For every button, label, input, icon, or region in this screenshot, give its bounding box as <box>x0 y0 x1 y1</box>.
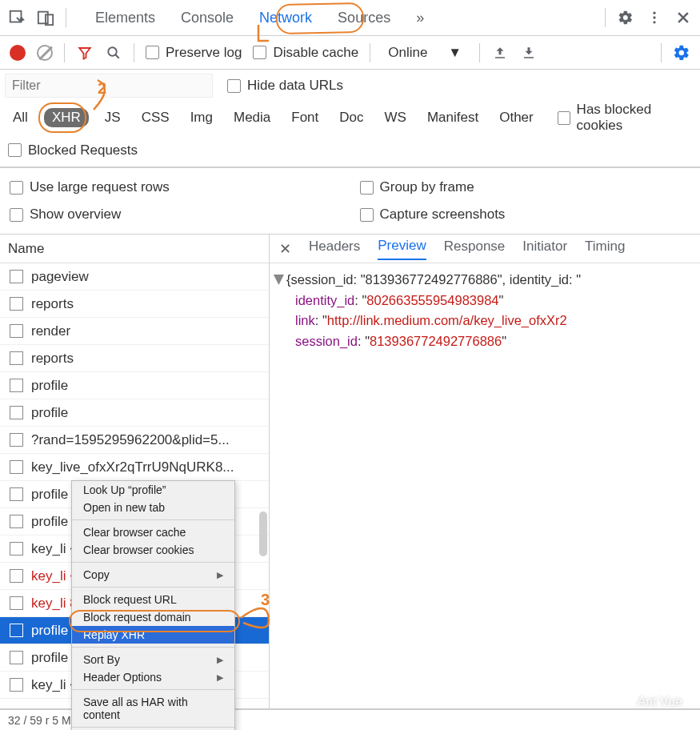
checkbox-icon[interactable] <box>227 79 241 93</box>
scrollbar[interactable] <box>259 511 267 556</box>
watermark-icon <box>612 696 633 708</box>
menu-item-label: Replay XHR <box>83 628 145 641</box>
request-row-pageview[interactable]: pageview <box>0 263 269 291</box>
kebab-menu-icon[interactable] <box>646 9 663 26</box>
detail-tab-timing[interactable]: Timing <box>585 239 625 259</box>
type-doc[interactable]: Doc <box>334 108 368 127</box>
menu-item-label: Block request domain <box>83 611 191 624</box>
menu-item-replay-xhr[interactable]: Replay XHR <box>72 626 234 644</box>
json-key-session: session_id <box>295 334 358 348</box>
group-frame-check[interactable]: Group by frame <box>360 179 701 195</box>
type-font[interactable]: Font <box>286 108 323 127</box>
menu-item-save-all-as-har-with-content[interactable]: Save all as HAR with content <box>72 693 234 724</box>
checkbox-icon[interactable] <box>10 208 23 222</box>
inspect-icon[interactable] <box>8 9 26 26</box>
type-img[interactable]: Img <box>186 108 218 127</box>
divider <box>661 43 662 62</box>
devtools-tabs: Elements Console Network Sources » <box>94 2 426 34</box>
context-menu: Look Up “profile”Open in new tabClear br… <box>71 480 235 730</box>
hide-data-urls-check[interactable]: Hide data URLs <box>227 78 343 94</box>
detail-tab-preview[interactable]: Preview <box>378 238 426 260</box>
menu-item-sort-by[interactable]: Sort By▶ <box>72 651 234 668</box>
menu-item-block-request-domain[interactable]: Block request domain <box>72 608 234 626</box>
request-row-render[interactable]: render <box>0 318 269 345</box>
menu-item-label: Copy <box>83 568 110 581</box>
device-toolbar-icon[interactable] <box>37 9 54 26</box>
blocked-requests-check[interactable]: Blocked Requests <box>8 142 138 158</box>
menu-item-block-request-url[interactable]: Block request URL <box>72 591 234 608</box>
request-row-reports2[interactable]: reports <box>0 345 269 372</box>
menu-item-label: Block request URL <box>83 593 177 606</box>
json-val-link: http://link.medium.com/a/key_live_ofxXr2 <box>327 313 567 327</box>
large-rows-check[interactable]: Use large request rows <box>10 179 350 195</box>
json-key-identity: identity_id <box>295 293 354 307</box>
detail-tab-response[interactable]: Response <box>444 239 506 259</box>
request-row-reports1[interactable]: reports <box>0 291 269 318</box>
disable-cache-check[interactable]: Disable cache <box>253 45 358 61</box>
search-icon[interactable] <box>105 44 122 62</box>
request-label: ?rand=1595295962200&plid=5... <box>31 432 230 448</box>
type-ws[interactable]: WS <box>380 108 411 127</box>
checkbox-icon[interactable] <box>8 143 22 157</box>
expand-toggle-icon[interactable]: ▶ <box>270 275 290 285</box>
type-all[interactable]: All <box>8 108 33 127</box>
svg-rect-1 <box>38 12 48 24</box>
request-row-profile2[interactable]: profile <box>0 399 269 427</box>
file-icon <box>10 596 23 610</box>
checkbox-icon[interactable] <box>146 46 159 59</box>
tab-sources[interactable]: Sources <box>336 2 392 34</box>
column-name-header[interactable]: Name <box>0 235 269 263</box>
filter-input[interactable] <box>5 74 213 98</box>
close-icon[interactable] <box>674 9 692 26</box>
tab-more[interactable]: » <box>414 2 426 34</box>
svg-point-6 <box>108 47 117 56</box>
menu-item-clear-browser-cookies[interactable]: Clear browser cookies <box>72 541 234 559</box>
download-har-icon[interactable] <box>520 44 538 62</box>
throttling-select[interactable]: Online ▼ <box>382 45 468 61</box>
menu-item-look-up-profile[interactable]: Look Up “profile” <box>72 481 234 499</box>
upload-har-icon[interactable] <box>491 44 509 62</box>
type-other[interactable]: Other <box>494 108 538 127</box>
record-button[interactable] <box>10 45 26 61</box>
type-manifest[interactable]: Manifest <box>422 108 483 127</box>
menu-item-copy[interactable]: Copy▶ <box>72 566 234 584</box>
type-xhr[interactable]: XHR <box>44 108 89 127</box>
checkbox-icon[interactable] <box>558 111 570 125</box>
network-settings-icon[interactable] <box>673 44 690 62</box>
checkbox-icon[interactable] <box>253 46 266 59</box>
settings-icon[interactable] <box>617 9 634 26</box>
detail-tab-headers[interactable]: Headers <box>309 239 360 259</box>
has-blocked-cookies-check[interactable]: Has blocked cookies <box>558 102 692 134</box>
file-icon <box>10 569 23 583</box>
tab-elements[interactable]: Elements <box>94 2 157 34</box>
request-row-key1[interactable]: key_live_ofxXr2qTrrU9NqURK8... <box>0 454 269 481</box>
file-icon <box>10 270 23 283</box>
file-icon <box>10 487 23 501</box>
divider <box>605 8 606 27</box>
preserve-log-check[interactable]: Preserve log <box>146 45 242 61</box>
close-detail-icon[interactable]: ✕ <box>279 240 291 258</box>
type-css[interactable]: CSS <box>137 108 174 127</box>
disable-cache-label: Disable cache <box>273 45 358 61</box>
filter-toggle-icon[interactable] <box>76 44 94 62</box>
menu-item-open-in-new-tab[interactable]: Open in new tab <box>72 499 234 516</box>
show-overview-check[interactable]: Show overview <box>10 207 350 223</box>
menu-item-clear-browser-cache[interactable]: Clear browser cache <box>72 523 234 541</box>
capture-ss-check[interactable]: Capture screenshots <box>360 207 701 223</box>
clear-button[interactable] <box>37 45 53 61</box>
menu-item-header-options[interactable]: Header Options▶ <box>72 668 234 686</box>
request-row-profile1[interactable]: profile <box>0 372 269 399</box>
submenu-arrow-icon: ▶ <box>217 570 223 580</box>
tab-network[interactable]: Network <box>258 2 314 34</box>
checkbox-icon[interactable] <box>360 181 374 195</box>
watermark: Ant Vue <box>612 695 682 709</box>
menu-separator <box>72 519 234 520</box>
submenu-arrow-icon: ▶ <box>217 672 223 683</box>
detail-tab-initiator[interactable]: Initiator <box>522 239 567 259</box>
type-js[interactable]: JS <box>100 108 126 127</box>
tab-console[interactable]: Console <box>179 2 235 34</box>
checkbox-icon[interactable] <box>360 208 374 222</box>
request-row-rand[interactable]: ?rand=1595295962200&plid=5... <box>0 427 269 454</box>
type-media[interactable]: Media <box>229 108 275 127</box>
checkbox-icon[interactable] <box>10 181 23 195</box>
